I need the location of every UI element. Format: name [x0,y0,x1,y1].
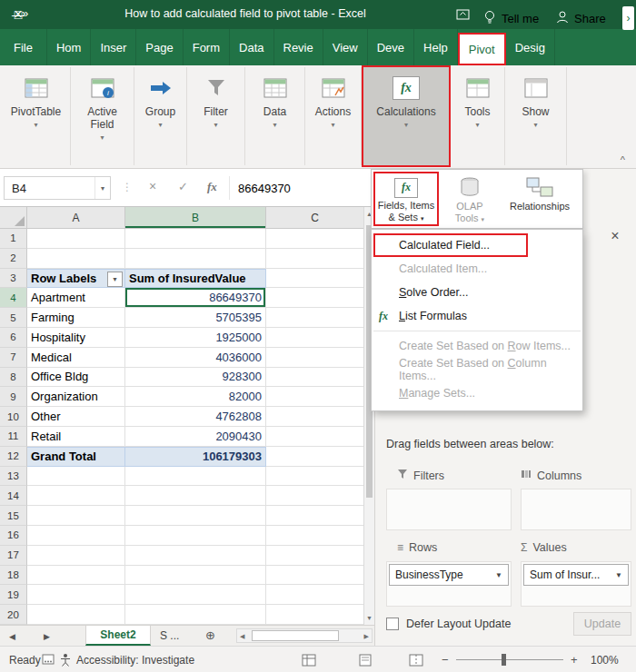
cell-A6[interactable]: Hospitality [27,328,125,348]
cell-B13[interactable] [125,467,266,487]
sheet-tab-sheet2[interactable]: Sheet2 [85,626,151,646]
select-all-corner[interactable] [0,207,27,228]
page-break-view-icon[interactable] [409,654,423,669]
tab-home[interactable]: Hom [47,29,91,65]
sheet-nav-left-icon[interactable]: ◀ [9,632,15,641]
row-header-19[interactable]: 19 [0,585,27,605]
cell-C4[interactable] [266,288,363,308]
cell-C13[interactable] [266,467,363,487]
cell-A10[interactable]: Other [27,407,125,427]
cell-A11[interactable]: Retail [27,427,125,447]
cell-B7[interactable]: 4036000 [125,348,266,368]
row-labels-filter-icon[interactable]: ▼ [107,272,123,287]
relationships-button[interactable]: Relationships [499,172,581,226]
cell-B2[interactable] [125,249,266,269]
tell-me-button[interactable]: Tell me [483,0,539,36]
cell-A12[interactable]: Grand Total [27,447,125,467]
rows-drop-area[interactable]: BusinessType ▼ [386,561,512,607]
zoom-level-label[interactable]: 100% [591,654,619,667]
horizontal-scrollbar-thumb[interactable] [252,630,339,641]
cell-C6[interactable] [266,328,363,348]
row-header-5[interactable]: 5 [0,308,27,328]
cell-A7[interactable]: Medical [27,348,125,368]
cell-B17[interactable] [125,546,266,566]
tab-data[interactable]: Data [230,29,273,65]
columns-drop-area[interactable] [521,489,631,530]
cell-C20[interactable] [266,605,363,625]
zoom-out-icon[interactable]: − [442,653,449,667]
filters-drop-area[interactable] [386,489,512,530]
cell-B9[interactable]: 82000 [125,387,266,407]
column-header-a[interactable]: A [27,207,125,228]
cell-C11[interactable] [266,427,363,447]
row-header-8[interactable]: 8 [0,368,27,388]
cell-B10[interactable]: 4762808 [125,407,266,427]
row-header-7[interactable]: 7 [0,348,27,368]
cell-C7[interactable] [266,348,363,368]
filter-group-button[interactable]: Filter ▾ [187,67,245,165]
menu-item-calculated-field[interactable]: Calculated Field... [372,233,582,257]
cell-C5[interactable] [266,308,363,328]
close-button[interactable]: × [0,0,36,29]
row-header-16[interactable]: 16 [0,526,27,546]
cell-B16[interactable] [125,526,266,546]
fields-items-sets-button[interactable]: fx Fields, Items& Sets ▾ [373,172,439,226]
insert-function-icon[interactable]: fx [207,180,217,194]
cell-C8[interactable] [266,368,363,388]
tab-pivottable-analyze[interactable]: Pivot [458,33,506,65]
tab-page-layout[interactable]: Page [136,29,183,65]
zoom-slider-track[interactable] [456,659,563,660]
cell-C9[interactable] [266,387,363,407]
ribbon-display-options-icon[interactable] [456,7,470,25]
data-group-button[interactable]: Data ▾ [245,67,305,165]
macro-record-icon[interactable] [42,654,55,667]
row-header-17[interactable]: 17 [0,546,27,566]
cell-A16[interactable] [27,526,125,546]
row-header-20[interactable]: 20 [0,605,27,625]
column-header-b[interactable]: B [125,207,266,228]
row-header-4[interactable]: 4 [0,288,27,308]
tab-overflow-icon[interactable]: › [622,6,634,30]
cell-C17[interactable] [266,546,363,566]
cell-A8[interactable]: Office Bldg [27,368,125,388]
new-sheet-icon[interactable]: ⊕ [205,628,215,642]
values-field-chip[interactable]: Sum of Insur... ▼ [523,564,629,586]
row-header-18[interactable]: 18 [0,566,27,586]
rows-field-chip[interactable]: BusinessType ▼ [389,564,509,586]
cell-B3[interactable]: Sum of InsuredValue [125,269,266,289]
cell-B4[interactable]: 86649370 [125,288,266,308]
actions-group-button[interactable]: Actions ▾ [305,67,362,165]
formula-bar-value[interactable]: 86649370 [238,182,291,195]
chevron-down-icon[interactable]: ▼ [615,571,622,579]
enter-icon[interactable]: ✓ [178,180,188,193]
row-header-10[interactable]: 10 [0,407,27,427]
scroll-down-icon[interactable]: ▼ [364,615,374,621]
cell-C19[interactable] [266,585,363,605]
row-header-9[interactable]: 9 [0,387,27,407]
pivottable-group-button[interactable]: PivotTable ▾ [2,67,71,165]
cell-B18[interactable] [125,566,266,586]
row-header-1[interactable]: 1 [0,229,27,249]
row-header-15[interactable]: 15 [0,506,27,526]
cell-A20[interactable] [27,605,125,625]
accessibility-status-label[interactable]: Accessibility: Investigate [76,654,194,667]
chevron-down-icon[interactable]: ▼ [495,571,502,579]
cell-B15[interactable] [125,506,266,526]
tools-group-button[interactable]: Tools ▾ [451,67,505,165]
pane-close-icon[interactable]: × [604,225,626,247]
cell-C2[interactable] [266,249,363,269]
cell-A15[interactable] [27,506,125,526]
menu-item-solve-order[interactable]: Solve Order... [372,281,582,304]
calculations-group-button[interactable]: fx Calculations ▾ [362,65,451,167]
active-field-group-button[interactable]: i Active Field ▾ [71,67,134,165]
row-header-13[interactable]: 13 [0,467,27,487]
cell-A13[interactable] [27,467,125,487]
name-box[interactable]: B4 ▾ [4,176,111,200]
scroll-right-icon[interactable]: ▶ [364,633,369,640]
cell-B11[interactable]: 2090430 [125,427,266,447]
row-header-6[interactable]: 6 [0,328,27,348]
cell-A3[interactable]: Row Labels▼ [27,269,125,289]
sheet-nav-right-icon[interactable]: ▶ [44,632,50,641]
tab-insert[interactable]: Inser [91,29,136,65]
cell-C10[interactable] [266,407,363,427]
